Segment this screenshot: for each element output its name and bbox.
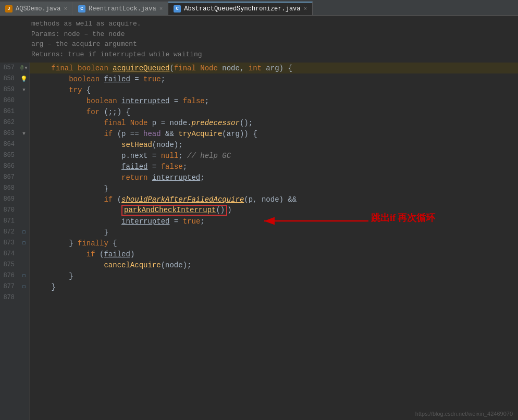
gutter-icons-863: ▼ bbox=[19, 131, 29, 137]
tab-reentrantlock[interactable]: C ReentrantLock.java × bbox=[73, 2, 168, 15]
code-text-878 bbox=[34, 294, 38, 302]
box-icon-872: □ bbox=[22, 230, 25, 235]
gutter-icons-877: □ bbox=[19, 285, 29, 290]
code-area: 857 @ ▼ 858 💡 859 ▼ 860 bbox=[0, 63, 518, 420]
code-text-864: setHead(node); bbox=[34, 141, 183, 149]
gutter-874: 874 bbox=[0, 249, 29, 260]
code-text-876: } bbox=[34, 272, 73, 280]
code-text-874: if (failed) bbox=[34, 250, 134, 258]
gutter-863: 863 ▼ bbox=[0, 128, 29, 139]
gutter-872: 872 □ bbox=[0, 227, 29, 238]
fold-icon-857[interactable]: ▼ bbox=[24, 66, 27, 71]
editor: methods as well as acquire. Params: node… bbox=[0, 16, 518, 420]
line-num-867: 867 bbox=[0, 172, 19, 183]
line-num-875: 875 bbox=[0, 260, 19, 270]
doc-line-4: Returns: true if interrupted while waiti… bbox=[31, 50, 518, 60]
tab-close-aqsdemo[interactable]: × bbox=[64, 6, 67, 12]
code-line-875: cancelAcquire(node); bbox=[30, 260, 518, 270]
gutter-869: 869 bbox=[0, 194, 29, 205]
code-text-865: p.next = null; // help GC bbox=[34, 152, 231, 160]
box-icon-877: □ bbox=[22, 285, 25, 290]
tab-bar: J AQSDemo.java × C ReentrantLock.java × … bbox=[0, 0, 518, 16]
line-num-869: 869 bbox=[0, 194, 19, 205]
gutter-857: 857 @ ▼ bbox=[0, 63, 29, 73]
fold-icon-859[interactable]: ▼ bbox=[22, 88, 25, 93]
gutter-860: 860 bbox=[0, 95, 29, 106]
fold-icon-863[interactable]: ▼ bbox=[22, 131, 25, 137]
tab-close-reentrantlock[interactable]: × bbox=[159, 6, 163, 12]
line-num-874: 874 bbox=[0, 249, 19, 260]
line-num-857: 857 bbox=[0, 63, 19, 73]
bulb-icon-858[interactable]: 💡 bbox=[20, 76, 28, 82]
code-line-859: try { bbox=[30, 84, 518, 95]
gutter-865: 865 bbox=[0, 150, 29, 161]
code-line-863: if (p == head && tryAcquire(arg)) { bbox=[30, 128, 518, 139]
code-line-872: } bbox=[30, 227, 518, 238]
code-text-871: interrupted = true; bbox=[34, 217, 205, 226]
line-num-868: 868 bbox=[0, 183, 19, 194]
tab-abstractqueued[interactable]: C AbstractQueuedSynchronizer.java × bbox=[168, 2, 313, 15]
code-line-876: } bbox=[30, 270, 518, 281]
gutter-873: 873 □ bbox=[0, 238, 29, 249]
gutter-icons-857: @ ▼ bbox=[19, 65, 29, 71]
code-line-870: parkAndCheckInterrupt()) bbox=[30, 205, 518, 216]
gutter-866: 866 bbox=[0, 161, 29, 172]
line-num-865: 865 bbox=[0, 150, 19, 161]
line-num-858: 858 bbox=[0, 73, 19, 84]
code-text-866: failed = false; bbox=[34, 163, 187, 171]
doc-line-2: Params: node – the node bbox=[31, 29, 518, 40]
gutter-871: 871 bbox=[0, 216, 29, 227]
code-text-862: final Node p = node.predecessor(); bbox=[34, 119, 253, 127]
tab-aqsdemo[interactable]: J AQSDemo.java × bbox=[0, 2, 73, 15]
code-line-858: boolean failed = true; bbox=[30, 73, 518, 84]
gutter-icons-858: 💡 bbox=[19, 76, 29, 82]
gutter-870: 870 bbox=[0, 205, 29, 216]
code-line-874: if (failed) bbox=[30, 249, 518, 260]
override-icon-857[interactable]: @ bbox=[20, 65, 23, 71]
code-text-869: if (shouldParkAfterFailedAcquire(p, node… bbox=[34, 195, 297, 204]
gutter-858: 858 💡 bbox=[0, 73, 29, 84]
gutter-icons-873: □ bbox=[19, 241, 29, 246]
tab-close-abstractqueued[interactable]: × bbox=[304, 6, 307, 12]
gutter-859: 859 ▼ bbox=[0, 84, 29, 95]
line-gutter: 857 @ ▼ 858 💡 859 ▼ 860 bbox=[0, 63, 30, 420]
line-num-876: 876 bbox=[0, 270, 19, 281]
gutter-867: 867 bbox=[0, 172, 29, 183]
code-line-862: final Node p = node.predecessor(); bbox=[30, 117, 518, 128]
code-text-875: cancelAcquire(node); bbox=[34, 261, 191, 269]
code-line-867: return interrupted; bbox=[30, 172, 518, 183]
gutter-icons-872: □ bbox=[19, 230, 29, 235]
code-line-873: } finally { bbox=[30, 238, 518, 249]
code-content[interactable]: final boolean acquireQueued(final Node n… bbox=[30, 63, 518, 420]
gutter-862: 862 bbox=[0, 117, 29, 128]
line-num-873: 873 bbox=[0, 238, 19, 249]
code-text-872: } bbox=[34, 228, 108, 237]
code-text-859: try { bbox=[34, 86, 91, 94]
gutter-877: 877 □ bbox=[0, 281, 29, 292]
line-num-860: 860 bbox=[0, 95, 19, 106]
code-line-869: if (shouldParkAfterFailedAcquire(p, node… bbox=[30, 194, 518, 205]
line-num-878: 878 bbox=[0, 292, 19, 303]
code-text-860: boolean interrupted = false; bbox=[34, 97, 209, 105]
code-line-877: } bbox=[30, 281, 518, 292]
line-num-870: 870 bbox=[0, 205, 19, 216]
tab-icon-abstractqueued: C bbox=[174, 5, 181, 13]
gutter-868: 868 bbox=[0, 183, 29, 194]
code-text-877: } bbox=[34, 283, 56, 291]
code-line-868: } bbox=[30, 183, 518, 194]
code-line-878 bbox=[30, 292, 518, 303]
box-icon-876: □ bbox=[22, 274, 25, 279]
gutter-861: 861 bbox=[0, 106, 29, 117]
code-line-861: for (;;) { bbox=[30, 106, 518, 117]
line-num-863: 863 bbox=[0, 128, 19, 139]
tab-icon-reentrantlock: C bbox=[78, 5, 85, 13]
code-text-858: boolean failed = true; bbox=[34, 75, 165, 83]
line-num-862: 862 bbox=[0, 117, 19, 128]
code-line-860: boolean interrupted = false; bbox=[30, 95, 518, 106]
code-text-863: if (p == head && tryAcquire(arg)) { bbox=[34, 130, 257, 138]
code-line-865: p.next = null; // help GC bbox=[30, 150, 518, 161]
gutter-875: 875 bbox=[0, 260, 29, 270]
line-num-871: 871 bbox=[0, 216, 19, 227]
line-num-877: 877 bbox=[0, 281, 19, 292]
doc-line-3: arg – the acquire argument bbox=[31, 39, 518, 50]
